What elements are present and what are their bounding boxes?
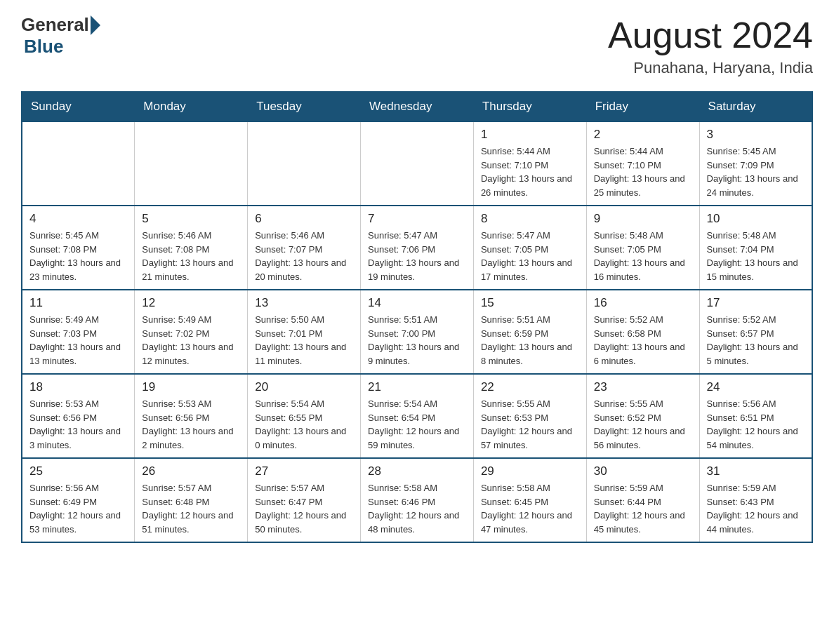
calendar-cell: 7Sunrise: 5:47 AM Sunset: 7:06 PM Daylig… [361, 206, 474, 290]
calendar-cell [361, 121, 474, 206]
day-number: 6 [255, 212, 353, 226]
day-number: 27 [255, 464, 353, 478]
day-info: Sunrise: 5:49 AM Sunset: 7:02 PM Dayligh… [142, 313, 240, 368]
day-number: 11 [29, 296, 127, 310]
calendar-cell: 27Sunrise: 5:57 AM Sunset: 6:47 PM Dayli… [248, 458, 361, 542]
calendar-cell: 29Sunrise: 5:58 AM Sunset: 6:45 PM Dayli… [473, 458, 586, 542]
calendar-week-row: 25Sunrise: 5:56 AM Sunset: 6:49 PM Dayli… [22, 458, 812, 542]
day-number: 16 [594, 296, 692, 310]
calendar-cell: 6Sunrise: 5:46 AM Sunset: 7:07 PM Daylig… [248, 206, 361, 290]
day-info: Sunrise: 5:51 AM Sunset: 6:59 PM Dayligh… [481, 313, 579, 368]
calendar-cell: 26Sunrise: 5:57 AM Sunset: 6:48 PM Dayli… [135, 458, 248, 542]
calendar-cell: 18Sunrise: 5:53 AM Sunset: 6:56 PM Dayli… [22, 374, 135, 458]
calendar-cell: 16Sunrise: 5:52 AM Sunset: 6:58 PM Dayli… [586, 290, 699, 374]
calendar-cell: 25Sunrise: 5:56 AM Sunset: 6:49 PM Dayli… [22, 458, 135, 542]
calendar-cell: 31Sunrise: 5:59 AM Sunset: 6:43 PM Dayli… [699, 458, 812, 542]
calendar-cell [22, 121, 135, 206]
calendar-cell: 22Sunrise: 5:55 AM Sunset: 6:53 PM Dayli… [473, 374, 586, 458]
calendar-day-header: Saturday [699, 92, 812, 121]
calendar-table: SundayMondayTuesdayWednesdayThursdayFrid… [21, 91, 813, 543]
calendar-day-header: Sunday [22, 92, 135, 121]
day-number: 9 [594, 212, 692, 226]
day-info: Sunrise: 5:44 AM Sunset: 7:10 PM Dayligh… [481, 145, 579, 199]
day-number: 29 [481, 464, 579, 478]
day-number: 12 [142, 296, 240, 310]
day-number: 25 [29, 464, 127, 478]
calendar-cell: 19Sunrise: 5:53 AM Sunset: 6:56 PM Dayli… [135, 374, 248, 458]
day-info: Sunrise: 5:52 AM Sunset: 6:58 PM Dayligh… [594, 313, 692, 368]
calendar-day-header: Friday [586, 92, 699, 121]
day-info: Sunrise: 5:45 AM Sunset: 7:08 PM Dayligh… [29, 229, 127, 283]
day-info: Sunrise: 5:45 AM Sunset: 7:09 PM Dayligh… [707, 145, 805, 199]
day-number: 5 [142, 212, 240, 226]
day-number: 3 [707, 128, 805, 142]
calendar-cell: 11Sunrise: 5:49 AM Sunset: 7:03 PM Dayli… [22, 290, 135, 374]
day-number: 20 [255, 380, 353, 394]
calendar-cell: 4Sunrise: 5:45 AM Sunset: 7:08 PM Daylig… [22, 206, 135, 290]
day-info: Sunrise: 5:53 AM Sunset: 6:56 PM Dayligh… [29, 397, 127, 452]
calendar-cell: 12Sunrise: 5:49 AM Sunset: 7:02 PM Dayli… [135, 290, 248, 374]
day-number: 4 [29, 212, 127, 226]
day-number: 19 [142, 380, 240, 394]
calendar-cell [135, 121, 248, 206]
logo-triangle-icon [91, 15, 100, 35]
day-info: Sunrise: 5:48 AM Sunset: 7:04 PM Dayligh… [707, 229, 805, 283]
calendar-week-row: 11Sunrise: 5:49 AM Sunset: 7:03 PM Dayli… [22, 290, 812, 374]
logo-blue: Blue [24, 36, 63, 57]
calendar-day-header: Tuesday [248, 92, 361, 121]
day-number: 1 [481, 128, 579, 142]
day-number: 17 [707, 296, 805, 310]
title-section: August 2024 Punahana, Haryana, India [608, 14, 813, 77]
calendar-header-row: SundayMondayTuesdayWednesdayThursdayFrid… [22, 92, 812, 121]
day-number: 30 [594, 464, 692, 478]
calendar-day-header: Thursday [473, 92, 586, 121]
day-info: Sunrise: 5:47 AM Sunset: 7:05 PM Dayligh… [481, 229, 579, 283]
calendar-cell: 9Sunrise: 5:48 AM Sunset: 7:05 PM Daylig… [586, 206, 699, 290]
day-info: Sunrise: 5:55 AM Sunset: 6:53 PM Dayligh… [481, 397, 579, 452]
day-info: Sunrise: 5:55 AM Sunset: 6:52 PM Dayligh… [594, 397, 692, 452]
day-number: 14 [368, 296, 466, 310]
calendar-cell: 5Sunrise: 5:46 AM Sunset: 7:08 PM Daylig… [135, 206, 248, 290]
day-info: Sunrise: 5:56 AM Sunset: 6:49 PM Dayligh… [29, 481, 127, 536]
day-info: Sunrise: 5:57 AM Sunset: 6:48 PM Dayligh… [142, 481, 240, 536]
page-header: General Blue August 2024 Punahana, Harya… [21, 14, 813, 77]
day-info: Sunrise: 5:54 AM Sunset: 6:54 PM Dayligh… [368, 397, 466, 452]
day-info: Sunrise: 5:58 AM Sunset: 6:46 PM Dayligh… [368, 481, 466, 536]
calendar-cell: 30Sunrise: 5:59 AM Sunset: 6:44 PM Dayli… [586, 458, 699, 542]
logo-general: General [21, 14, 89, 36]
calendar-cell: 17Sunrise: 5:52 AM Sunset: 6:57 PM Dayli… [699, 290, 812, 374]
day-info: Sunrise: 5:57 AM Sunset: 6:47 PM Dayligh… [255, 481, 353, 536]
calendar-cell: 13Sunrise: 5:50 AM Sunset: 7:01 PM Dayli… [248, 290, 361, 374]
calendar-week-row: 18Sunrise: 5:53 AM Sunset: 6:56 PM Dayli… [22, 374, 812, 458]
day-info: Sunrise: 5:56 AM Sunset: 6:51 PM Dayligh… [707, 397, 805, 452]
day-number: 23 [594, 380, 692, 394]
day-info: Sunrise: 5:51 AM Sunset: 7:00 PM Dayligh… [368, 313, 466, 368]
day-info: Sunrise: 5:46 AM Sunset: 7:08 PM Dayligh… [142, 229, 240, 283]
day-number: 24 [707, 380, 805, 394]
calendar-cell: 1Sunrise: 5:44 AM Sunset: 7:10 PM Daylig… [473, 121, 586, 206]
calendar-cell: 14Sunrise: 5:51 AM Sunset: 7:00 PM Dayli… [361, 290, 474, 374]
day-number: 28 [368, 464, 466, 478]
day-info: Sunrise: 5:49 AM Sunset: 7:03 PM Dayligh… [29, 313, 127, 368]
day-info: Sunrise: 5:53 AM Sunset: 6:56 PM Dayligh… [142, 397, 240, 452]
day-number: 31 [707, 464, 805, 478]
day-number: 7 [368, 212, 466, 226]
day-number: 8 [481, 212, 579, 226]
day-info: Sunrise: 5:48 AM Sunset: 7:05 PM Dayligh… [594, 229, 692, 283]
day-number: 18 [29, 380, 127, 394]
location: Punahana, Haryana, India [608, 59, 813, 77]
day-number: 13 [255, 296, 353, 310]
day-info: Sunrise: 5:59 AM Sunset: 6:44 PM Dayligh… [594, 481, 692, 536]
calendar-cell: 28Sunrise: 5:58 AM Sunset: 6:46 PM Dayli… [361, 458, 474, 542]
logo: General Blue [21, 14, 100, 58]
calendar-cell: 8Sunrise: 5:47 AM Sunset: 7:05 PM Daylig… [473, 206, 586, 290]
calendar-cell: 23Sunrise: 5:55 AM Sunset: 6:52 PM Dayli… [586, 374, 699, 458]
calendar-cell [248, 121, 361, 206]
day-info: Sunrise: 5:59 AM Sunset: 6:43 PM Dayligh… [707, 481, 805, 536]
day-number: 10 [707, 212, 805, 226]
calendar-day-header: Wednesday [361, 92, 474, 121]
calendar-cell: 15Sunrise: 5:51 AM Sunset: 6:59 PM Dayli… [473, 290, 586, 374]
day-number: 26 [142, 464, 240, 478]
calendar-cell: 20Sunrise: 5:54 AM Sunset: 6:55 PM Dayli… [248, 374, 361, 458]
calendar-cell: 10Sunrise: 5:48 AM Sunset: 7:04 PM Dayli… [699, 206, 812, 290]
